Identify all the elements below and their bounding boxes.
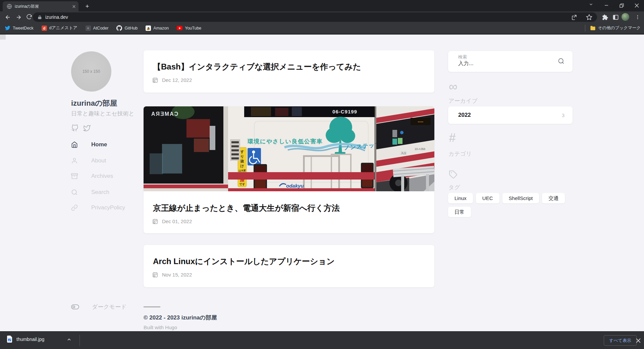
site-subtitle: 日常と趣味とエセ技術と xyxy=(71,110,135,117)
search-input[interactable] xyxy=(458,60,542,66)
category-widget-label: カテゴリ xyxy=(448,150,472,158)
calendar-icon xyxy=(152,77,158,83)
forward-button[interactable] xyxy=(14,13,23,21)
bus-number-text: 06-C9199 xyxy=(332,109,357,114)
widgets-column: 検索 ∞ アーカイブ 2022 3 # カテゴリ タグ Linux UEC Sh… xyxy=(448,35,573,331)
sidebar-item-search[interactable]: Search xyxy=(71,189,109,196)
post-thumbnail-bus-photo[interactable]: CAMERA 06-C9199 環境にやさしい良低公害車 xyxy=(144,106,434,191)
tab-search-chevron-icon[interactable] xyxy=(586,2,596,10)
post-date: Dec 01, 2022 xyxy=(152,218,192,224)
new-tab-button[interactable]: + xyxy=(83,2,92,11)
github-link-icon[interactable] xyxy=(71,124,78,132)
tag-linux[interactable]: Linux xyxy=(448,193,473,203)
post-card[interactable]: Arch Linuxにインストールしたアプリケーション Nov 15, 2022 xyxy=(144,245,434,287)
atcoder-icon: ∧ xyxy=(86,26,91,31)
shelf-divider xyxy=(79,335,80,346)
home-icon xyxy=(71,141,78,148)
svg-text:です: です xyxy=(239,183,245,186)
other-bookmarks[interactable]: その他のブックマーク xyxy=(585,22,641,34)
kebab-menu-icon[interactable] xyxy=(633,13,642,21)
bus-slogan-text: 環境にやさしい良低公害車 xyxy=(247,138,323,145)
built-with-text: Built with Hugo xyxy=(144,325,177,330)
browser-tab[interactable]: izurinaの部屋 xyxy=(3,1,78,11)
post-date: Nov 15, 2022 xyxy=(152,272,192,278)
sidebar-item-about[interactable]: About xyxy=(71,157,106,164)
extensions-puzzle-icon[interactable] xyxy=(600,13,609,21)
tag-shellscript[interactable]: ShellScript xyxy=(502,193,539,203)
bus-brand-text: odakyu xyxy=(286,183,304,189)
bookmark-atcoder[interactable]: ∧ AtCoder xyxy=(86,26,109,31)
address-bar[interactable]: izurina.dev xyxy=(33,12,597,22)
download-shelf: thumbnail.jpg すべて表示 xyxy=(0,331,644,349)
calendar-icon xyxy=(152,218,158,224)
bookmark-danime[interactable]: d dアニメストア xyxy=(42,25,77,31)
tag-icon xyxy=(449,170,458,181)
copyright-text: © 2022 - 2023 izurinaの部屋 xyxy=(144,314,217,321)
window-restore-button[interactable] xyxy=(614,0,629,11)
tag-nichijou[interactable]: 日常 xyxy=(448,207,471,217)
social-links xyxy=(71,124,91,132)
profile-avatar[interactable] xyxy=(621,13,630,21)
show-all-downloads-button[interactable]: すべて表示 xyxy=(604,335,637,346)
mirrored-camera-text: CAMERA xyxy=(151,111,178,117)
archive-icon xyxy=(71,173,78,180)
bookmark-youtube[interactable]: YouTube xyxy=(177,26,201,31)
lock-icon xyxy=(38,15,42,19)
tab-title: izurinaの部屋 xyxy=(15,4,72,9)
svg-text:▪▪▪▪: ▪▪▪▪ xyxy=(418,120,424,123)
sidebar-item-privacypolicy[interactable]: PrivacyPolicy xyxy=(71,204,125,211)
globe-favicon-icon xyxy=(7,4,12,9)
dark-mode-toggle[interactable]: ダークモード xyxy=(71,303,127,311)
github-icon xyxy=(116,25,122,31)
sidebar-item-archives[interactable]: Archives xyxy=(71,173,113,180)
fleet-code-text: 10-A356 xyxy=(415,147,425,151)
sidebar-item-home[interactable]: Home xyxy=(71,141,107,148)
window-minimize-button[interactable] xyxy=(599,0,614,11)
twitter-link-icon[interactable] xyxy=(83,124,91,132)
search-submit-icon[interactable] xyxy=(558,58,565,66)
bookmark-star-icon[interactable] xyxy=(586,14,592,20)
svg-text:り: り xyxy=(240,154,244,159)
folder-icon xyxy=(590,26,596,31)
entrance-sign-text: 入口 xyxy=(401,152,406,155)
bookmarks-divider xyxy=(585,25,585,32)
download-item[interactable]: thumbnail.jpg xyxy=(7,336,44,343)
tag-uec[interactable]: UEC xyxy=(476,193,499,203)
tab-bar: izurinaの部屋 + xyxy=(0,0,644,11)
link-icon xyxy=(71,204,78,211)
site-title: izurinaの部屋 xyxy=(71,98,117,108)
infinity-icon: ∞ xyxy=(449,81,458,93)
corner-artifact xyxy=(0,35,6,40)
post-title[interactable]: 【Bash】インタラクティブな選択メニューを作ってみた xyxy=(153,61,361,72)
tag-koutsuu[interactable]: 交通 xyxy=(542,193,565,203)
post-card[interactable]: 【Bash】インタラクティブな選択メニューを作ってみた Dec 12, 2022 xyxy=(144,50,434,93)
svg-text:す: す xyxy=(240,150,244,154)
download-caret-up-icon[interactable] xyxy=(66,337,72,344)
tag-list: Linux UEC ShellScript 交通 日常 xyxy=(448,193,573,217)
tags-widget-label: タグ xyxy=(448,184,460,191)
shelf-close-icon[interactable] xyxy=(634,336,643,345)
tab-close-icon[interactable] xyxy=(72,5,76,8)
post-title[interactable]: 京王線が止まったとき、電通大生が新宿へ行く方法 xyxy=(153,203,340,213)
window-close-button[interactable] xyxy=(629,0,644,11)
svg-text:は大変: は大変 xyxy=(238,169,246,172)
search-icon xyxy=(71,189,78,196)
download-filename: thumbnail.jpg xyxy=(16,337,44,342)
archive-year-item[interactable]: 2022 3 xyxy=(448,106,573,124)
archive-count: 3 xyxy=(562,112,565,118)
bookmarks-bar: TweetDeck d dアニメストア ∧ AtCoder GitHub a A… xyxy=(0,22,644,34)
url-text: izurina.dev xyxy=(45,14,571,20)
back-button[interactable] xyxy=(3,13,12,21)
bookmark-tweetdeck[interactable]: TweetDeck xyxy=(5,25,34,31)
share-icon[interactable] xyxy=(571,14,577,20)
reload-button[interactable] xyxy=(25,13,34,21)
svg-text:抜: 抜 xyxy=(240,159,245,163)
side-panel-icon[interactable] xyxy=(611,13,620,21)
post-card[interactable]: CAMERA 06-C9199 環境にやさしい良低公害車 xyxy=(144,106,434,233)
image-file-icon xyxy=(7,336,12,343)
bookmark-amazon[interactable]: a Amazon xyxy=(146,26,169,31)
hash-icon: # xyxy=(449,132,455,144)
browser-toolbar: izurina.dev xyxy=(0,11,644,22)
bookmark-github[interactable]: GitHub xyxy=(116,25,138,31)
post-title[interactable]: Arch Linuxにインストールしたアプリケーション xyxy=(153,256,335,267)
